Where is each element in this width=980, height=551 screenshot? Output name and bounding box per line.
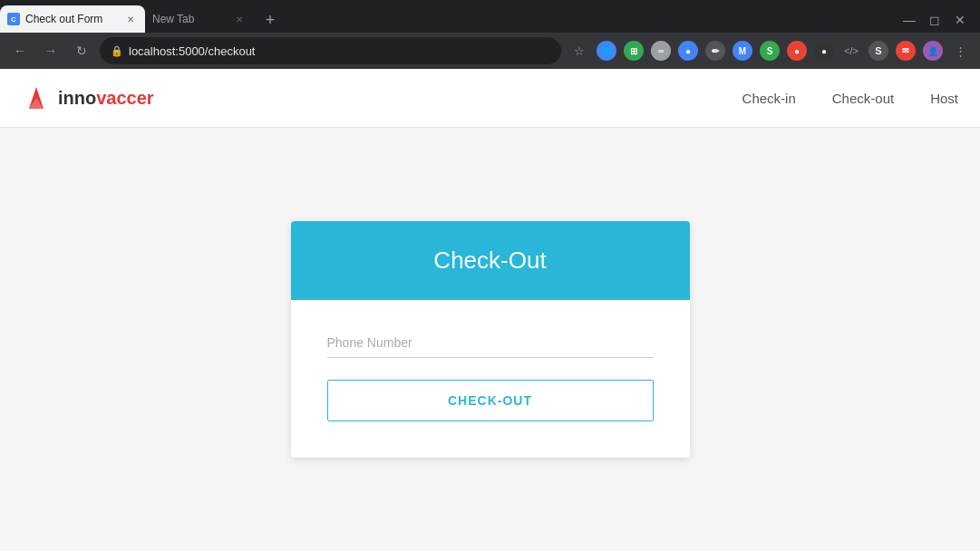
card-body: Phone Number CHECK-OUT (291, 300, 690, 458)
nav-link-checkout[interactable]: Check-out (832, 91, 894, 106)
close-button[interactable]: ✕ (947, 7, 973, 33)
menu-icon[interactable]: ⋮ (947, 38, 973, 63)
tab-favicon: C (7, 13, 20, 25)
logo-text: innovaccer (58, 88, 154, 109)
extensions-m-icon[interactable]: M (730, 38, 755, 63)
minimize-button[interactable]: — (897, 7, 922, 33)
bookmark-icon[interactable]: ☆ (567, 38, 592, 63)
address-bar-row: ← → ↻ 🔒 localhost:5000/checkout ☆ 🌐 ⊞ ∞ … (0, 33, 980, 69)
logo[interactable]: innovaccer (22, 83, 154, 112)
page: innovaccer Check-in Check-out Host Check… (0, 69, 980, 551)
nav-link-checkin[interactable]: Check-in (742, 91, 796, 106)
new-tab[interactable]: New Tab ✕ (145, 5, 254, 33)
extensions-grid-icon[interactable]: ⊞ (621, 38, 646, 63)
extensions-s-icon[interactable]: S (757, 38, 782, 63)
logo-icon (22, 83, 51, 112)
extensions-red-circle-icon[interactable]: ● (784, 38, 810, 63)
window-controls: — ◻ ✕ (897, 7, 980, 33)
extensions-chain-icon[interactable]: ∞ (648, 38, 674, 63)
address-url: localhost:5000/checkout (129, 44, 550, 58)
extensions-mail-icon[interactable]: ✉ (893, 38, 918, 63)
phone-input-group: Phone Number (327, 327, 654, 358)
tab-close-button[interactable]: ✕ (123, 12, 138, 26)
nav-link-host[interactable]: Host (930, 91, 958, 106)
back-button[interactable]: ← (7, 38, 33, 63)
card-header: Check-Out (291, 221, 690, 300)
nav-links: Check-in Check-out Host (742, 91, 958, 106)
extensions-circle-icon[interactable]: ● (675, 38, 701, 63)
address-bar[interactable]: 🔒 localhost:5000/checkout (100, 37, 561, 64)
checkout-card: Check-Out Phone Number CHECK-OUT (291, 221, 690, 458)
phone-input[interactable] (327, 327, 654, 358)
restore-button[interactable]: ◻ (922, 7, 947, 33)
checkout-submit-button[interactable]: CHECK-OUT (327, 380, 654, 421)
forward-button[interactable]: → (38, 38, 63, 63)
extensions-pen-icon[interactable]: ✏ (703, 38, 728, 63)
profile-icon[interactable]: 👤 (920, 38, 946, 63)
card-header-title: Check-Out (309, 246, 672, 275)
lock-icon: 🔒 (111, 45, 123, 57)
tab-title: Check out Form (25, 13, 118, 25)
extensions-dark-circle-icon[interactable]: ● (811, 38, 837, 63)
browser-chrome: C Check out Form ✕ New Tab ✕ + — ◻ ✕ ← →… (0, 0, 980, 69)
extensions-s2-icon[interactable]: S (866, 38, 891, 63)
extensions-code-icon[interactable]: </> (839, 38, 864, 63)
toolbar-icons: ☆ 🌐 ⊞ ∞ ● ✏ M S ● (567, 38, 973, 63)
active-tab[interactable]: C Check out Form ✕ (0, 5, 145, 33)
navbar: innovaccer Check-in Check-out Host (0, 69, 980, 128)
new-tab-title: New Tab (152, 13, 227, 25)
refresh-button[interactable]: ↻ (69, 38, 94, 63)
extensions-globe-icon[interactable]: 🌐 (594, 38, 619, 63)
new-tab-close-button[interactable]: ✕ (232, 12, 247, 26)
main-content: Check-Out Phone Number CHECK-OUT (0, 128, 980, 551)
add-tab-button[interactable]: + (257, 7, 283, 33)
tab-bar: C Check out Form ✕ New Tab ✕ + — ◻ ✕ (0, 0, 980, 33)
